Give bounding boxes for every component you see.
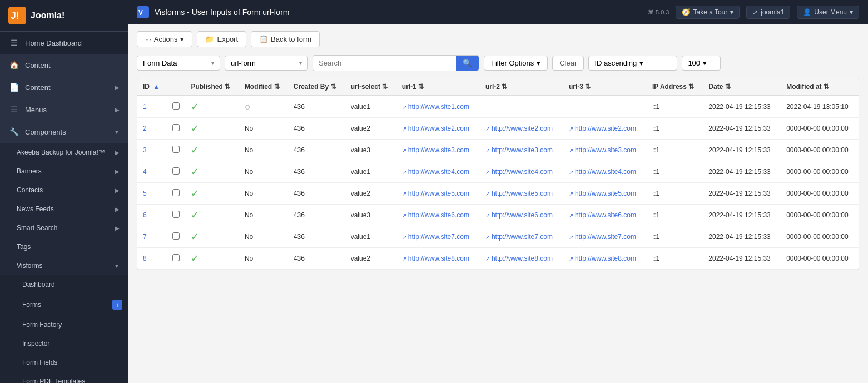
url-1-link[interactable]: ↗http://www.site7.com: [402, 233, 474, 241]
url-3-link[interactable]: ↗http://www.site7.com: [569, 233, 641, 241]
sidebar-item-visforms[interactable]: Visforms ▼: [0, 256, 128, 275]
row-checkbox[interactable]: [172, 211, 180, 218]
filter-options-label: Filter Options: [491, 59, 534, 67]
sidebar-item-components[interactable]: 🔧 Components ▼: [0, 121, 128, 143]
back-icon: 📋: [259, 35, 268, 43]
url-1-link[interactable]: ↗http://www.site6.com: [402, 211, 474, 219]
sidebar-item-banners[interactable]: Banners ▶: [0, 162, 128, 181]
user-menu-button[interactable]: 👤 User Menu ▾: [797, 6, 859, 19]
sidebar-item-menus[interactable]: ☰ Menus ▶: [0, 98, 128, 121]
url-1-link[interactable]: ↗http://www.site3.com: [402, 146, 474, 154]
actions-button[interactable]: ··· Actions ▾: [137, 31, 192, 47]
sidebar-item-dashboard[interactable]: Dashboard: [0, 275, 128, 294]
sidebar-item-form-pdf-templates[interactable]: Form PDF Templates: [0, 372, 128, 383]
url-2-link[interactable]: ↗http://www.site4.com: [485, 168, 558, 176]
url-3-link[interactable]: ↗http://www.site4.com: [569, 168, 641, 176]
col-created-by[interactable]: Created By ⇅: [288, 78, 345, 96]
url-1-link[interactable]: ↗http://www.site1.com: [402, 103, 474, 111]
components-icon: 🔧: [8, 126, 19, 137]
col-url-1[interactable]: url-1 ⇅: [396, 78, 480, 96]
sidebar-item-news-feeds[interactable]: News Feeds ▶: [0, 200, 128, 218]
site-button[interactable]: ↗ joomla1: [746, 6, 790, 19]
col-url-select[interactable]: url-select ⇅: [345, 78, 396, 96]
url-1-link[interactable]: ↗http://www.site5.com: [402, 190, 474, 197]
sidebar-item-forms[interactable]: Forms +: [0, 294, 128, 315]
filter-options-arrow-icon: ▾: [537, 59, 540, 67]
filter-options-button[interactable]: Filter Options ▾: [484, 56, 548, 71]
checkbox-cell: [167, 118, 185, 140]
filters-row: Form Data ▾ url-form ▾ 🔍 Filter Options …: [137, 55, 859, 71]
col-modified[interactable]: Modified ⇅: [239, 78, 288, 96]
id-cell: 4: [137, 161, 167, 183]
table-row: 4 ✓ No 436 value1 ↗http://www.site4.com …: [137, 161, 859, 183]
form-data-select[interactable]: Form Data ▾: [137, 56, 220, 71]
col-url-2[interactable]: url-2 ⇅: [480, 78, 563, 96]
take-tour-button[interactable]: 🧭 Take a Tour ▾: [676, 6, 740, 19]
count-select[interactable]: 100 ▾: [682, 56, 721, 71]
table-row: 7 ✓ No 436 value1 ↗http://www.site7.com …: [137, 226, 859, 248]
col-date[interactable]: Date ⇅: [703, 78, 781, 96]
row-checkbox[interactable]: [172, 232, 180, 240]
sidebar-item-contacts[interactable]: Contacts ▶: [0, 181, 128, 200]
clear-button[interactable]: Clear: [552, 56, 584, 71]
sidebar-item-content[interactable]: 📄 Content ▶: [0, 76, 128, 98]
url-3-link[interactable]: ↗http://www.site2.com: [569, 125, 641, 132]
id-link-1[interactable]: 1: [143, 103, 147, 111]
sidebar-item-home-dashboard[interactable]: 🏠 Content: [0, 54, 128, 76]
url-3-link[interactable]: ↗http://www.site5.com: [569, 190, 641, 197]
back-to-form-button[interactable]: 📋 Back to form: [251, 31, 320, 47]
external-icon: ↗: [569, 234, 573, 240]
col-id[interactable]: ID ▲: [137, 78, 167, 96]
published-cell: ✓: [185, 183, 239, 205]
contacts-arrow-icon: ▶: [115, 187, 120, 193]
url-2-link[interactable]: ↗http://www.site3.com: [485, 146, 558, 154]
row-checkbox[interactable]: [172, 254, 180, 261]
row-checkbox[interactable]: [172, 102, 180, 110]
url-2-link[interactable]: ↗http://www.site5.com: [485, 190, 558, 197]
col-ip-address[interactable]: IP Address ⇅: [647, 78, 703, 96]
sidebar-item-tags[interactable]: Tags: [0, 237, 128, 256]
id-link-7[interactable]: 7: [143, 233, 147, 241]
url-form-select[interactable]: url-form ▾: [225, 56, 308, 71]
row-checkbox[interactable]: [172, 146, 180, 153]
row-checkbox[interactable]: [172, 189, 180, 196]
col-modified-at[interactable]: Modified at ⇅: [781, 78, 859, 96]
url-select-cell: value1: [345, 226, 396, 248]
id-link-6[interactable]: 6: [143, 211, 147, 219]
col-url-3[interactable]: url-3 ⇅: [563, 78, 647, 96]
sidebar-item-form-fields[interactable]: Form Fields: [0, 353, 128, 372]
sidebar-item-form-factory[interactable]: Form Factory: [0, 315, 128, 334]
sidebar-item-inspector[interactable]: Inspector: [0, 334, 128, 353]
url-1-link[interactable]: ↗http://www.site8.com: [402, 255, 474, 262]
url-2-link[interactable]: ↗http://www.site2.com: [485, 125, 558, 132]
forms-add-button[interactable]: +: [112, 300, 122, 310]
url-2-link[interactable]: ↗http://www.site6.com: [485, 211, 558, 219]
id-link-8[interactable]: 8: [143, 255, 147, 262]
id-link-5[interactable]: 5: [143, 190, 147, 197]
url-3-link[interactable]: ↗http://www.site6.com: [569, 211, 641, 219]
published-icon: ✓: [191, 145, 199, 156]
news-feeds-label: News Feeds: [17, 205, 115, 213]
row-checkbox[interactable]: [172, 167, 180, 175]
row-checkbox[interactable]: [172, 124, 180, 131]
external-icon: ↗: [402, 234, 406, 240]
col-published[interactable]: Published ⇅: [185, 78, 239, 96]
url-1-link[interactable]: ↗http://www.site4.com: [402, 168, 474, 176]
sort-select[interactable]: ID ascending ▾: [588, 56, 677, 71]
id-link-2[interactable]: 2: [143, 125, 147, 132]
toggle-menu-item[interactable]: ☰ Home Dashboard: [0, 32, 128, 54]
search-button[interactable]: 🔍: [456, 56, 479, 71]
url-2-link[interactable]: ↗http://www.site7.com: [485, 233, 558, 241]
url-2-link[interactable]: ↗http://www.site8.com: [485, 255, 558, 262]
sidebar-item-smart-search[interactable]: Smart Search ▶: [0, 218, 128, 237]
url-3-link[interactable]: ↗http://www.site8.com: [569, 255, 641, 262]
search-input[interactable]: [313, 56, 456, 70]
export-button[interactable]: 📁 Export: [197, 31, 246, 47]
id-link-4[interactable]: 4: [143, 168, 147, 176]
app-logo[interactable]: J! Joomla!: [0, 0, 128, 32]
sidebar-item-akeeba[interactable]: Akeeba Backup for Joomla!™ ▶: [0, 143, 128, 162]
url-1-link[interactable]: ↗http://www.site2.com: [402, 125, 474, 132]
published-icon: ✓: [191, 166, 199, 177]
url-3-link[interactable]: ↗http://www.site3.com: [569, 146, 641, 154]
id-link-3[interactable]: 3: [143, 146, 147, 154]
